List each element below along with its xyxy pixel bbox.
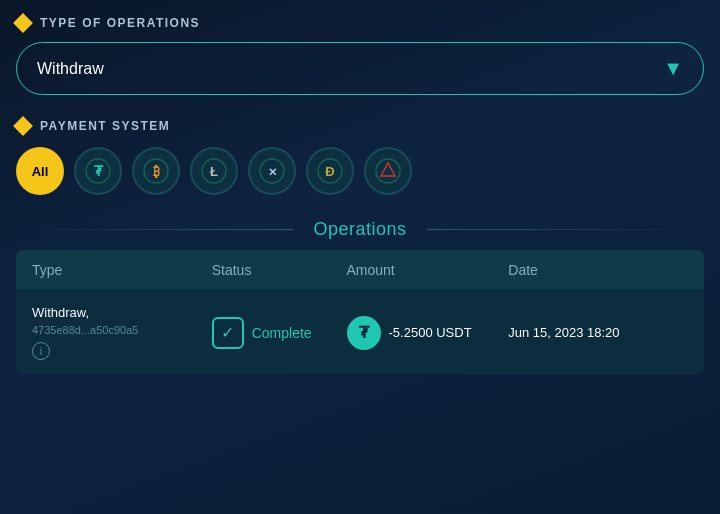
svg-text:₮: ₮: [94, 163, 104, 179]
svg-text:₿: ₿: [153, 164, 160, 179]
xrp-icon: ✕: [259, 158, 285, 184]
cell-status: ✓ Complete: [212, 317, 347, 349]
dropdown-selected-value: Withdraw: [37, 60, 104, 78]
col-date: Date: [508, 262, 688, 278]
cell-info-btn: i: [32, 342, 212, 360]
coin-btn-xrp[interactable]: ✕: [248, 147, 296, 195]
cell-type: Withdraw, 4735e88d...a50c90a5 i: [32, 305, 212, 360]
payment-system-header: PAYMENT SYSTEM: [16, 119, 704, 133]
table-header: Type Status Amount Date: [16, 250, 704, 290]
usdt-icon: ₮: [85, 158, 111, 184]
coin-btn-usdt[interactable]: ₮: [74, 147, 122, 195]
trx-icon: [375, 158, 401, 184]
type-hash: 4735e88d...a50c90a5: [32, 324, 212, 336]
date-value: Jun 15, 2023 18:20: [508, 325, 619, 340]
status-text: Complete: [252, 325, 312, 341]
svg-text:✕: ✕: [268, 166, 277, 178]
col-amount: Amount: [347, 262, 509, 278]
type-main: Withdraw,: [32, 305, 212, 320]
divider-right: [427, 229, 704, 230]
coin-btn-trx[interactable]: [364, 147, 412, 195]
table-row: Withdraw, 4735e88d...a50c90a5 i ✓ Comple…: [16, 290, 704, 374]
coin-list: All ₮ ₿ Ł: [16, 147, 704, 195]
diamond-icon: [13, 13, 33, 33]
doge-icon: Ð: [317, 158, 343, 184]
payment-system-title: PAYMENT SYSTEM: [40, 119, 170, 133]
payment-system-section: PAYMENT SYSTEM All ₮ ₿: [16, 119, 704, 195]
ltc-icon: Ł: [201, 158, 227, 184]
type-operations-title: TYPE OF OPERATIONS: [40, 16, 200, 30]
coin-btn-doge[interactable]: Ð: [306, 147, 354, 195]
usdt-amount-icon: ₮: [347, 316, 381, 350]
coin-btn-ltc[interactable]: Ł: [190, 147, 238, 195]
operations-table: Type Status Amount Date Withdraw, 4735e8…: [16, 250, 704, 374]
cell-date: Jun 15, 2023 18:20: [508, 325, 688, 340]
operation-type-dropdown-wrapper: Withdraw ▼: [16, 42, 704, 95]
svg-text:Ł: Ł: [210, 164, 218, 179]
info-icon[interactable]: i: [32, 342, 50, 360]
col-status: Status: [212, 262, 347, 278]
check-icon: ✓: [212, 317, 244, 349]
diamond-icon-2: [13, 116, 33, 136]
operations-title: Operations: [293, 219, 426, 240]
operations-divider: Operations: [16, 219, 704, 240]
chevron-down-icon: ▼: [663, 57, 683, 80]
cell-amount: ₮ -5.2500 USDT: [347, 316, 509, 350]
btc-icon: ₿: [143, 158, 169, 184]
amount-value: -5.2500 USDT: [389, 325, 472, 340]
coin-btn-all[interactable]: All: [16, 147, 64, 195]
col-type: Type: [32, 262, 212, 278]
operation-type-dropdown[interactable]: Withdraw ▼: [16, 42, 704, 95]
type-operations-header: TYPE OF OPERATIONS: [16, 16, 704, 30]
coin-btn-btc[interactable]: ₿: [132, 147, 180, 195]
divider-left: [16, 229, 293, 230]
svg-text:Ð: Ð: [325, 164, 334, 179]
